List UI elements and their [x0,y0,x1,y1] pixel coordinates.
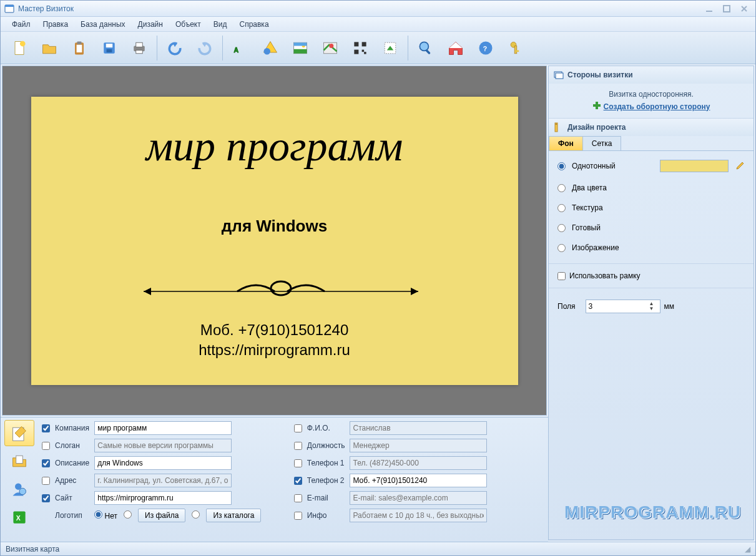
svg-rect-27 [364,52,366,54]
add-map-button[interactable] [315,34,345,62]
svg-rect-12 [136,42,143,47]
lbl-margin: Поля [557,302,576,311]
chk-company[interactable] [42,424,50,432]
chk-use-frame[interactable] [557,272,566,280]
chk-fio[interactable] [294,424,302,432]
card-phone[interactable]: Моб. +7(910)1501240 [31,321,518,339]
lbl-tel2: Телефон 2 [307,474,345,487]
tab-grid[interactable]: Сетка [582,136,622,150]
input-fio[interactable] [350,421,487,435]
input-site[interactable] [94,491,232,505]
input-slogan[interactable] [94,439,232,452]
card-subtitle[interactable]: для Windows [31,217,518,236]
svg-rect-34 [514,46,517,53]
fieldtab-files[interactable] [4,448,34,474]
chk-desc[interactable] [42,459,50,467]
fieldtab-edit[interactable] [4,420,34,446]
input-tel1[interactable] [350,456,487,470]
svg-rect-39 [16,456,23,463]
print-button[interactable] [124,34,154,62]
help-button[interactable]: ? [471,34,501,62]
bg-color-swatch[interactable] [660,160,729,172]
create-back-side-link[interactable]: Создать оборотную сторону [604,102,710,111]
chk-position[interactable] [294,442,302,450]
fieldtab-excel[interactable]: X [4,504,34,530]
margin-down[interactable]: ▼ [649,306,654,311]
card-site[interactable]: https://mirprogramm.ru [31,341,518,359]
chk-email[interactable] [294,494,302,502]
preview-button[interactable] [411,34,441,62]
undo-button[interactable] [160,34,190,62]
chk-tel1[interactable] [294,459,302,467]
radio-bg-solid[interactable] [557,162,566,170]
input-info[interactable] [350,509,487,522]
close-button[interactable] [737,3,752,14]
input-email[interactable] [350,491,487,505]
resize-grip-icon[interactable]: ◢ [745,545,750,554]
paste-button[interactable] [64,34,94,62]
tab-background[interactable]: Фон [549,136,583,150]
chk-info[interactable] [294,512,302,520]
chk-address[interactable] [42,477,50,485]
lbl-site: Сайт [55,491,89,505]
card-ornament[interactable] [144,279,418,304]
add-qr-button[interactable] [345,34,375,62]
menu-view[interactable]: Вид [207,18,233,31]
add-text-button[interactable]: A [225,34,255,62]
radio-bg-preset[interactable] [557,224,566,232]
save-button[interactable] [94,34,124,62]
svg-point-29 [420,42,428,51]
open-button[interactable] [34,34,64,62]
register-button[interactable] [501,34,531,62]
radio-bg-image[interactable] [557,244,566,252]
menu-file[interactable]: Файл [6,18,37,31]
radio-bg-two[interactable] [557,184,566,192]
lbl-margin-unit: мм [664,302,674,311]
input-position[interactable] [350,439,487,452]
radio-bg-texture[interactable] [557,204,566,212]
watermark: MIRPROGRAMM.RU [564,502,741,522]
add-clipart-button[interactable] [375,34,405,62]
menu-database[interactable]: База данных [74,18,131,31]
add-image-button[interactable] [285,34,315,62]
card-company[interactable]: мир программ [31,122,518,171]
title-bar: Мастер Визиток [1,1,755,17]
minimize-button[interactable] [702,3,717,14]
eyedropper-icon[interactable] [735,161,745,171]
radio-logo-catalog[interactable] [192,510,200,519]
design-header: Дизайн проекта [549,119,754,136]
design-canvas[interactable]: мир программ для Windows Моб. +7(910)150… [2,66,547,416]
new-button[interactable] [4,34,34,62]
add-shape-button[interactable] [255,34,285,62]
chk-tel2[interactable] [294,477,302,485]
menu-design[interactable]: Дизайн [132,18,169,31]
lbl-info: Инфо [307,509,345,522]
lbl-position: Должность [307,439,345,452]
business-card-preview[interactable]: мир программ для Windows Моб. +7(910)150… [31,97,518,385]
btn-logo-catalog[interactable]: Из каталога [206,509,261,522]
svg-rect-1 [5,5,14,7]
menu-bar: Файл Правка База данных Дизайн Объект Ви… [1,17,755,32]
menu-help[interactable]: Справка [233,18,275,31]
svg-rect-10 [107,49,112,52]
lbl-address: Адрес [55,474,89,487]
chk-site[interactable] [42,494,50,502]
menu-edit[interactable]: Правка [37,18,75,31]
svg-rect-47 [593,104,601,107]
input-company[interactable] [94,421,232,435]
radio-logo-file[interactable] [124,510,132,519]
menu-object[interactable]: Объект [169,18,207,31]
right-panel: Стороны визитки Визитка односторонняя. С… [548,66,754,540]
btn-logo-file[interactable]: Из файла [138,509,185,522]
input-desc[interactable] [94,456,232,470]
redo-button[interactable] [190,34,220,62]
sides-note: Визитка односторонняя. [557,90,745,99]
input-address[interactable] [94,474,232,487]
svg-rect-18 [294,49,307,53]
chk-slogan[interactable] [42,442,50,450]
fieldtab-user[interactable] [4,476,34,502]
input-tel2[interactable] [350,474,487,487]
home-button[interactable] [441,34,471,62]
radio-logo-none[interactable] [94,510,102,519]
maximize-button[interactable] [719,3,734,14]
